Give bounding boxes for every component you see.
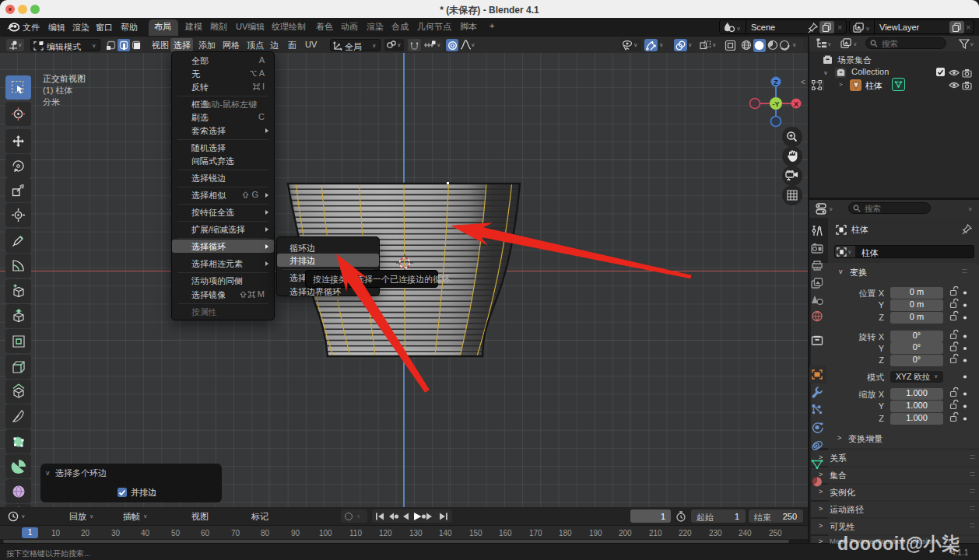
svg-text:X: X <box>794 100 798 108</box>
svg-text:-Y: -Y <box>773 100 780 108</box>
svg-text:Z: Z <box>774 79 778 86</box>
